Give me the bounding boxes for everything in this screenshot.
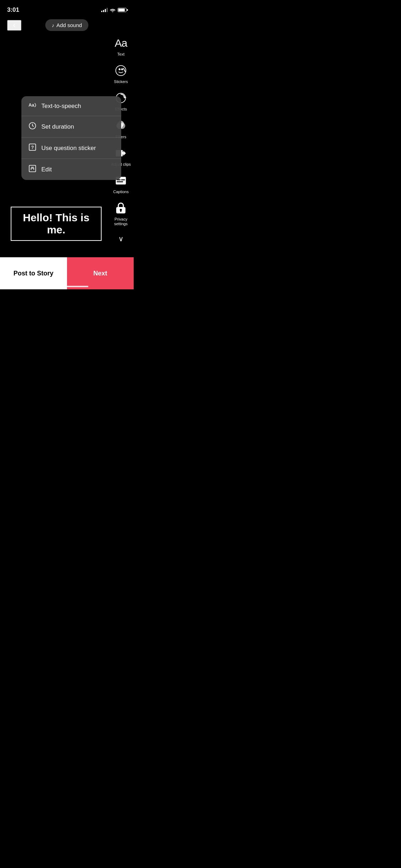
post-story-button[interactable]: Post to Story xyxy=(0,257,67,289)
sidebar-label-stickers: Stickers xyxy=(114,79,128,84)
svg-rect-14 xyxy=(121,179,125,180)
sidebar-item-stickers[interactable]: Stickers xyxy=(113,63,128,84)
menu-item-edit[interactable]: Edit xyxy=(21,159,121,180)
status-icons xyxy=(101,8,127,12)
music-note-icon: ♪ xyxy=(52,22,54,28)
battery-icon xyxy=(118,8,127,12)
sidebar-label-captions: Captions xyxy=(113,190,128,194)
text-icon: Aa xyxy=(113,36,128,51)
svg-text:Aa: Aa xyxy=(29,103,35,108)
svg-rect-10 xyxy=(123,152,124,154)
chevron-down-icon[interactable]: ∨ xyxy=(118,233,124,243)
menu-item-set-duration[interactable]: Set duration xyxy=(21,116,121,138)
svg-line-3 xyxy=(123,68,125,72)
next-label: Next xyxy=(93,270,107,277)
add-sound-label: Add sound xyxy=(56,22,82,28)
wifi-icon xyxy=(110,8,115,12)
svg-marker-9 xyxy=(123,151,126,156)
menu-item-question-sticker[interactable]: ? Use question sticker xyxy=(21,138,121,159)
svg-rect-17 xyxy=(120,210,122,212)
signal-icon xyxy=(101,8,108,12)
context-menu: Aa Text-to-speech Set duration ? Use que… xyxy=(21,96,121,180)
back-button[interactable]: ‹ xyxy=(7,20,21,31)
status-time: 3:01 xyxy=(7,6,19,14)
add-sound-button[interactable]: ♪ Add sound xyxy=(45,19,88,31)
menu-label-question: Use question sticker xyxy=(41,145,96,152)
svg-rect-13 xyxy=(117,181,123,182)
menu-item-text-to-speech[interactable]: Aa Text-to-speech xyxy=(21,96,121,116)
status-bar: 3:01 xyxy=(0,0,134,16)
sidebar-item-text[interactable]: Aa Text xyxy=(113,36,128,57)
privacy-icon xyxy=(113,201,128,216)
sidebar-label-privacy: Privacy settings xyxy=(114,217,128,226)
bottom-bar: Post to Story Next xyxy=(0,257,134,289)
menu-label-tts: Text-to-speech xyxy=(41,103,81,110)
clock-icon xyxy=(29,122,36,131)
next-button[interactable]: Next xyxy=(67,257,134,289)
question-sticker-icon: ? xyxy=(29,143,36,153)
menu-label-edit: Edit xyxy=(41,166,52,173)
sidebar-item-privacy[interactable]: Privacy settings xyxy=(113,201,128,226)
overlay-text: Hello! This is me. xyxy=(17,212,95,236)
svg-point-1 xyxy=(119,68,120,70)
stickers-icon xyxy=(113,63,128,78)
tts-icon: Aa xyxy=(29,102,36,110)
home-indicator xyxy=(46,286,88,287)
svg-point-2 xyxy=(121,68,123,70)
top-bar: ‹ ♪ Add sound xyxy=(0,16,134,35)
post-story-label: Post to Story xyxy=(14,270,53,277)
edit-icon xyxy=(29,165,36,174)
menu-label-duration: Set duration xyxy=(41,123,74,130)
svg-text:?: ? xyxy=(31,145,34,150)
text-overlay[interactable]: Hello! This is me. xyxy=(11,207,102,241)
sidebar-label-text: Text xyxy=(117,52,124,57)
